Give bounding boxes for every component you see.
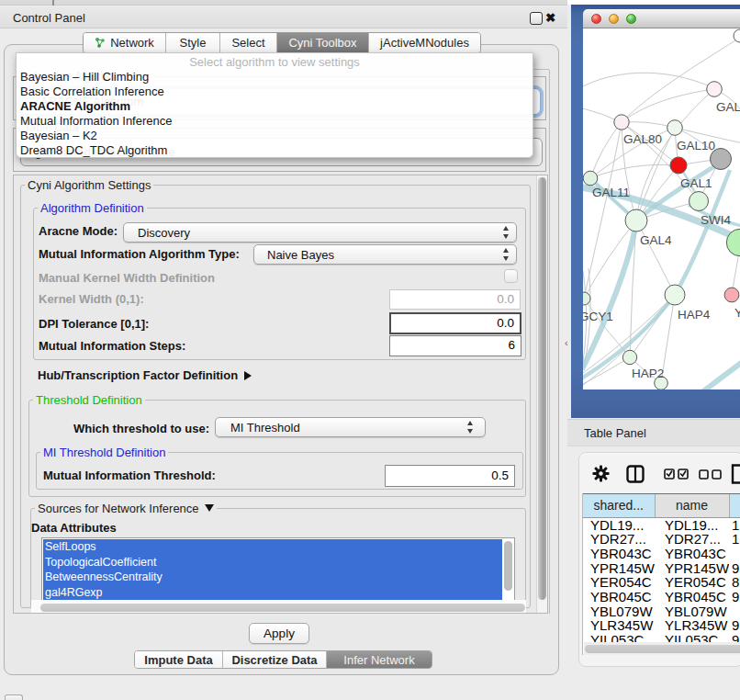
table-row[interactable]: YBL079WYBL079W (583, 604, 740, 619)
float-window-icon[interactable] (530, 12, 543, 25)
settings-scrollbar-thumb[interactable] (538, 177, 546, 600)
network-node-gal7[interactable] (707, 82, 723, 97)
bottom-tab-impute-data[interactable]: Impute Data (135, 651, 223, 668)
close-icon[interactable]: ✖ (545, 10, 555, 25)
algorithm-dropdown-popup: Select algorithm to view settings Bayesi… (16, 52, 533, 158)
split-columns-icon[interactable] (626, 465, 645, 483)
cyni-algorithm-settings-title: Cyni Algorithm Settings (25, 178, 153, 192)
network-node-pink-y[interactable] (724, 288, 739, 302)
network-node-top-partial[interactable] (734, 29, 740, 42)
network-node-gal1[interactable] (670, 157, 687, 174)
attribute-item-topologicalcoefficient[interactable]: TopologicalCoefficient (43, 555, 502, 570)
dropdown-item-1[interactable]: Bayesian – Hill Climbing (20, 70, 149, 84)
table-row[interactable]: YBR043CYBR043C (583, 547, 740, 561)
table-row[interactable]: YLR345WYLR345W9. (583, 618, 740, 633)
bottom-tab-discretize-data[interactable]: Discretize Data (223, 651, 327, 668)
table-row[interactable]: YBR045CYBR045C9. (583, 590, 740, 604)
network-edge[interactable] (622, 89, 714, 122)
network-node-gal10[interactable] (667, 120, 683, 136)
tab-style[interactable]: Style (166, 33, 220, 52)
close-traffic-light-icon[interactable] (591, 14, 601, 24)
tab-jactivemnodules[interactable]: jActiveMNodules (369, 33, 480, 52)
mi-steps-field[interactable]: 6 (389, 335, 521, 356)
network-edge[interactable] (583, 73, 714, 88)
which-threshold-combo[interactable]: MI Threshold (215, 417, 486, 437)
attributes-vscroll-thumb[interactable] (504, 541, 512, 591)
table-cell: YDR27... (583, 532, 655, 547)
tab-select[interactable]: Select (220, 33, 277, 52)
table-cell: YLR345W (583, 618, 655, 633)
network-node-swi4[interactable] (690, 192, 709, 211)
network-node-label: GAL10 (677, 139, 715, 152)
data-attributes-label: Data Attributes (31, 521, 117, 535)
table-row[interactable]: YER054CYER054C8. (583, 575, 740, 590)
table-cell: 12 (729, 532, 740, 547)
attribute-item-selfloops[interactable]: SelfLoops (43, 539, 502, 555)
kernel-width-field[interactable]: 0.0 (389, 289, 521, 310)
dpi-tolerance-field[interactable]: 0.0 (389, 312, 521, 334)
minimize-traffic-light-icon[interactable] (609, 14, 619, 24)
tab-label: Style (180, 36, 207, 50)
network-node-label: GAL11 (592, 186, 630, 199)
table-clip-region: shared...nameAYDL19...YDL19...13YDR27...… (583, 494, 740, 653)
network-window-titlebar[interactable] (583, 9, 740, 28)
column-header-1[interactable]: shared... (583, 494, 655, 517)
table-cell: YER054C (655, 575, 729, 590)
hub-definition-toggle[interactable]: Hub/Transcription Factor Definition (38, 368, 252, 382)
corner-button-fragment[interactable] (5, 694, 23, 700)
mi-type-combo[interactable]: Naive Bayes (253, 244, 517, 265)
page-icon[interactable] (731, 464, 740, 484)
network-edge[interactable] (636, 220, 675, 295)
tab-cyni-toolbox[interactable]: Cyni Toolbox (277, 33, 369, 52)
network-node-hap2[interactable] (622, 350, 636, 364)
dropdown-item-3[interactable]: ARACNE Algorithm (20, 99, 130, 113)
gear-icon[interactable] (592, 465, 610, 482)
network-node-gal11[interactable] (583, 171, 598, 186)
attributes-hscroll-thumb[interactable] (40, 604, 525, 612)
network-edge[interactable] (590, 164, 678, 178)
network-edge-thick[interactable] (703, 361, 740, 390)
checked-pair-icon[interactable] (664, 469, 690, 480)
network-node-gcy1[interactable] (583, 292, 590, 305)
network-node-label: GCY1 (583, 310, 613, 323)
table-row[interactable]: YDL19...YDL19...13 (583, 517, 740, 532)
attribute-item-gal4rgexp[interactable]: gal4RGexp (43, 585, 502, 601)
manual-kernel-checkbox[interactable] (504, 269, 518, 283)
table-cell: YDL19... (583, 517, 655, 532)
table-cell: YBR043C (583, 547, 655, 561)
zoom-traffic-light-icon[interactable] (626, 14, 636, 24)
dropdown-item-6[interactable]: Dream8 DC_TDC Algorithm (20, 143, 167, 157)
dropdown-item-2[interactable]: Basic Correlation Inference (20, 85, 164, 98)
table-row[interactable]: YPR145WYPR145W9. (583, 561, 740, 576)
apply-button[interactable]: Apply (249, 623, 309, 644)
bottom-tab-infer-network[interactable]: Infer Network (327, 651, 432, 668)
table-cell: 8. (729, 575, 740, 590)
hub-definition-label: Hub/Transcription Factor Definition (38, 368, 238, 382)
node-table[interactable]: shared...nameAYDL19...YDL19...13YDR27...… (583, 494, 740, 648)
tab-network[interactable]: Network (84, 33, 166, 52)
column-header-2[interactable]: name (655, 494, 729, 517)
table-row[interactable]: YDR27...YDR27...12 (583, 532, 740, 547)
unchecked-pair-icon[interactable] (699, 469, 723, 480)
network-node-label: GAL80 (623, 132, 662, 146)
network-edge[interactable] (584, 122, 622, 299)
dropdown-item-5[interactable]: Bayesian – K2 (20, 129, 97, 142)
column-header-3[interactable]: A (729, 494, 740, 517)
data-attributes-list[interactable]: SelfLoopsTopologicalCoefficientBetweenne… (41, 537, 515, 609)
network-canvas[interactable]: GAL7GAL80GAL10GAL1GAL11SWI4GAL4GCY1HAP4Y… (583, 28, 740, 390)
split-collapse-arrow-icon[interactable]: ‹ (565, 337, 568, 348)
expanded-arrow-icon (205, 504, 214, 512)
dropdown-item-4[interactable]: Mutual Information Inference (20, 114, 172, 128)
dropdown-prompt: Select algorithm to view settings (17, 55, 533, 69)
attribute-item-betweennesscentrality[interactable]: BetweennessCentrality (43, 570, 502, 585)
network-node-gal4[interactable] (625, 209, 647, 231)
table-hscroll-thumb[interactable] (585, 645, 740, 653)
network-node-hap4[interactable] (665, 285, 685, 305)
tab-label: Select (231, 36, 264, 50)
which-threshold-value: MI Threshold (230, 421, 300, 435)
aracne-mode-combo[interactable]: Discovery (123, 222, 517, 243)
mi-threshold-field[interactable]: 0.5 (385, 465, 515, 487)
table-cell: YLR345W (655, 618, 729, 633)
network-node-gal80[interactable] (614, 115, 629, 130)
tab-label: Network (110, 36, 154, 50)
